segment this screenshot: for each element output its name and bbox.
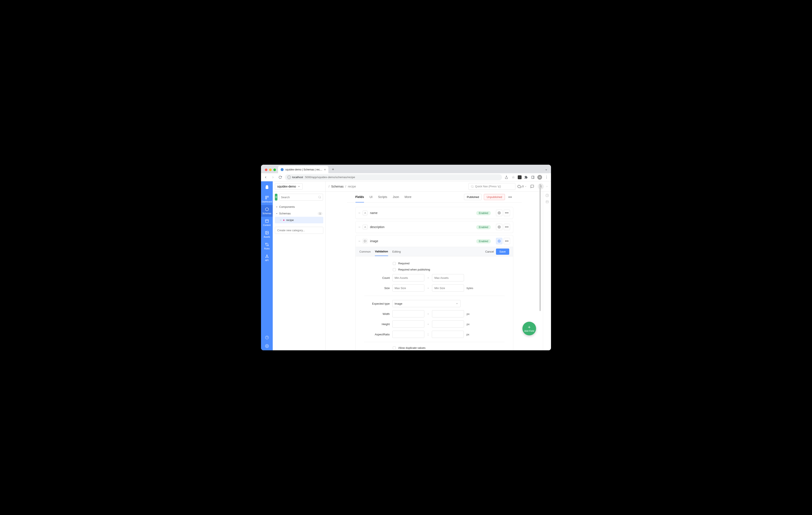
- height-max-input[interactable]: [432, 320, 464, 328]
- schema-item-recipe[interactable]: ═ recipe: [275, 217, 323, 223]
- sidebar-item-content[interactable]: Content: [261, 217, 273, 228]
- archive-icon[interactable]: [546, 200, 549, 204]
- subtab-common[interactable]: Common: [359, 247, 371, 256]
- address-bar[interactable]: i localhost:5000/app/squidex-demo/schema…: [285, 174, 502, 180]
- chevron-down-icon[interactable]: [546, 185, 548, 188]
- subtab-editing[interactable]: Editing: [393, 247, 401, 256]
- schema-count-badge: 1: [318, 212, 322, 215]
- field-more-button[interactable]: •••: [504, 224, 510, 230]
- sidebar-item-api[interactable]: API: [261, 252, 273, 264]
- create-category-input[interactable]: [275, 227, 323, 234]
- svg-point-13: [266, 257, 266, 258]
- required-checkbox[interactable]: [393, 262, 396, 265]
- maximize-window-icon[interactable]: [273, 168, 276, 171]
- width-max-input[interactable]: [432, 310, 464, 318]
- svg-point-30: [365, 240, 365, 241]
- aspect-w-input[interactable]: [393, 331, 424, 338]
- status-badge: Enabled: [476, 225, 491, 229]
- sidebar-item-assets[interactable]: Assets: [261, 228, 273, 240]
- close-tab-icon[interactable]: ×: [324, 168, 326, 171]
- height-min-input[interactable]: [393, 320, 424, 328]
- tab-more[interactable]: More: [405, 192, 411, 202]
- cancel-button[interactable]: Cancel: [485, 248, 494, 255]
- reload-button[interactable]: [278, 175, 283, 180]
- tabs-overflow-icon[interactable]: ⌄: [545, 167, 551, 173]
- svg-point-27: [499, 213, 500, 213]
- required-publishing-label: Required when publishing: [398, 268, 430, 271]
- tree-section-components[interactable]: Components: [275, 204, 323, 210]
- schema-search-input[interactable]: [281, 196, 317, 199]
- breadcrumb-schemas[interactable]: Schemas: [331, 185, 344, 188]
- user-menu[interactable]: [538, 184, 544, 189]
- subtab-validation[interactable]: Validation: [375, 247, 388, 256]
- svg-point-20: [318, 196, 320, 198]
- add-field-fab[interactable]: + Add Field: [522, 322, 536, 335]
- back-button[interactable]: [263, 175, 268, 180]
- aspect-h-input[interactable]: [432, 331, 464, 338]
- unpublished-button[interactable]: Unpublished: [484, 194, 505, 200]
- browser-menu-icon[interactable]: ⋮: [544, 175, 549, 180]
- new-tab-button[interactable]: +: [330, 166, 336, 172]
- width-min-input[interactable]: [393, 310, 424, 318]
- schema-more-menu[interactable]: •••: [507, 194, 513, 200]
- field-row-description: ═ A description Enabled •••: [355, 221, 513, 233]
- quick-nav[interactable]: Quick Nav (Press 'q'): [468, 183, 515, 190]
- field-settings-button[interactable]: [496, 238, 502, 244]
- px-unit: px: [467, 312, 474, 316]
- share-icon[interactable]: [504, 175, 509, 180]
- url-path: :5000/app/squidex-demo/schemas/recipe: [304, 175, 355, 179]
- field-settings-button[interactable]: [496, 224, 502, 230]
- field-more-button[interactable]: •••: [504, 238, 510, 244]
- sidebar-item-schemas[interactable]: Schemas: [261, 205, 273, 217]
- drag-handle-icon[interactable]: ═: [359, 240, 360, 242]
- tab-fields[interactable]: Fields: [355, 192, 364, 202]
- extensions-puzzle-icon[interactable]: [524, 175, 528, 180]
- drag-handle-icon[interactable]: ═: [359, 226, 360, 228]
- svg-marker-22: [277, 207, 278, 207]
- profile-avatar[interactable]: M: [538, 175, 542, 180]
- status-badge: Enabled: [476, 239, 491, 243]
- tree-section-schemas[interactable]: Schemas 1: [275, 210, 323, 217]
- tab-json[interactable]: Json: [393, 192, 399, 202]
- aspect-ratio-label: AspectRatio: [364, 333, 390, 336]
- tab-scripts[interactable]: Scripts: [378, 192, 387, 202]
- max-assets-input[interactable]: [432, 274, 464, 281]
- settings-icon[interactable]: [263, 342, 271, 350]
- tab-ui[interactable]: UI: [370, 192, 373, 202]
- save-button[interactable]: Save: [496, 248, 509, 255]
- close-window-icon[interactable]: [265, 168, 267, 171]
- max-size-input[interactable]: [393, 284, 424, 292]
- schema-search[interactable]: [279, 194, 323, 200]
- add-schema-button[interactable]: +: [275, 194, 278, 200]
- drag-handle-icon[interactable]: ═: [359, 212, 360, 214]
- svg-rect-4: [267, 196, 268, 197]
- required-publishing-checkbox[interactable]: [393, 268, 396, 271]
- drag-handle-icon[interactable]: ═: [280, 219, 282, 221]
- min-size-input[interactable]: [432, 284, 464, 292]
- gear-icon: [498, 211, 501, 214]
- forward-button[interactable]: [270, 175, 276, 180]
- site-info-icon[interactable]: i: [287, 175, 291, 179]
- allow-duplicates-checkbox[interactable]: [393, 347, 396, 349]
- app-logo-icon[interactable]: [263, 183, 271, 192]
- published-button[interactable]: Published: [464, 194, 482, 200]
- app-selector[interactable]: squidex-demo: [275, 183, 302, 190]
- minimize-window-icon[interactable]: [269, 168, 272, 171]
- browser-tab[interactable]: squidex-demo | Schemas | rec… ×: [278, 166, 328, 173]
- min-assets-input[interactable]: [393, 274, 424, 281]
- sidebar-item-rules[interactable]: Rules: [261, 240, 273, 252]
- field-settings-button[interactable]: [496, 210, 502, 216]
- field-more-button[interactable]: •••: [504, 210, 510, 216]
- sync-status[interactable]: 0: [518, 185, 527, 188]
- scrollbar[interactable]: [540, 192, 541, 311]
- history-icon[interactable]: [546, 194, 549, 197]
- help-icon[interactable]: [263, 333, 271, 342]
- chevron-down-icon: [298, 185, 300, 188]
- panel-icon[interactable]: [530, 175, 535, 180]
- expected-type-select[interactable]: Image: [393, 300, 461, 307]
- field-type-text-icon: A: [363, 225, 368, 229]
- bookmark-icon[interactable]: ☆: [511, 175, 516, 180]
- sidebar-item-dashboard[interactable]: Dashboard: [261, 193, 273, 205]
- extension-icon[interactable]: •••: [518, 175, 522, 179]
- notifications-button[interactable]: [529, 183, 535, 190]
